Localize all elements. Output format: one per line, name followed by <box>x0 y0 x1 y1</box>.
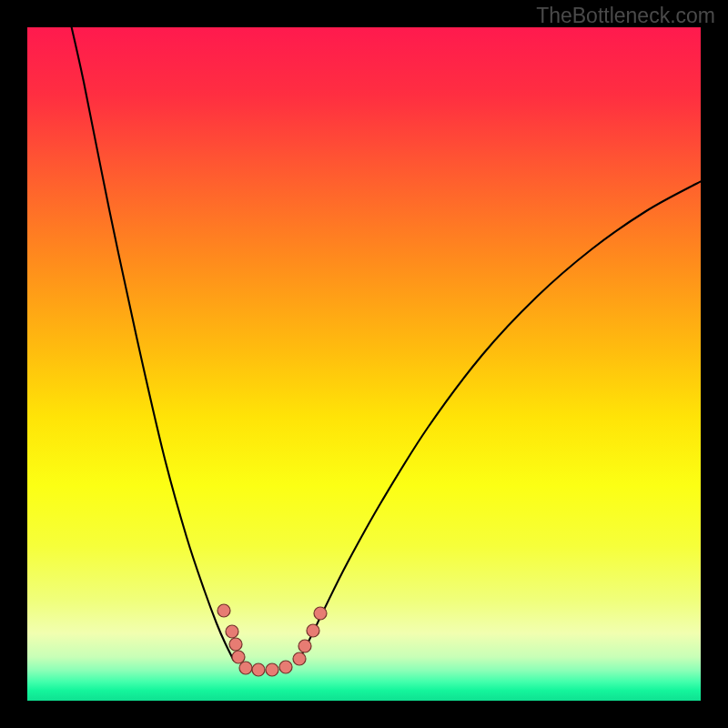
bottleneck-marker <box>307 624 319 637</box>
bottleneck-marker <box>279 661 292 673</box>
bottleneck-marker <box>217 604 230 617</box>
bottleneck-marker <box>314 607 327 620</box>
curve-right-branch <box>298 173 701 661</box>
bottleneck-marker <box>252 663 265 676</box>
bottleneck-marker <box>226 625 238 638</box>
bottleneck-marker <box>293 652 306 665</box>
bottleneck-marker <box>298 640 311 652</box>
watermark-text: TheBottleneck.com <box>536 4 715 28</box>
bottleneck-marker <box>266 663 278 676</box>
plot-area <box>27 27 701 701</box>
bottleneck-markers <box>217 604 327 676</box>
bottleneck-marker <box>232 651 245 663</box>
chart-frame: TheBottleneck.com <box>0 0 728 728</box>
bottleneck-marker <box>239 662 252 674</box>
v-curve <box>27 27 701 701</box>
curve-left-branch <box>67 27 234 661</box>
bottleneck-marker <box>229 638 242 651</box>
